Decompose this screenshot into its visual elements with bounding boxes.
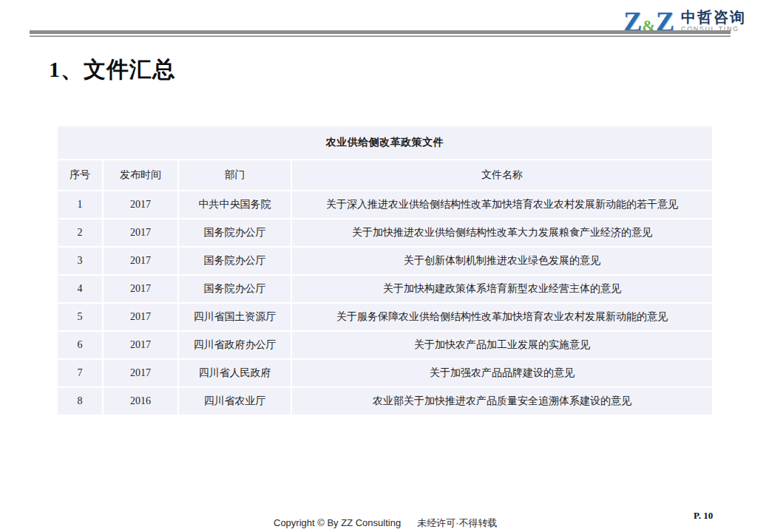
cell-dept: 国务院办公厅 [178,219,291,247]
cell-no: 3 [57,247,103,275]
cell-year: 2017 [103,359,178,387]
cell-year: 2017 [103,219,178,247]
table-title-row: 农业供给侧改革政策文件 [57,126,713,160]
cell-doc: 关于深入推进农业供给侧结构性改革加快培育农业农村发展新动能的若干意见 [291,191,713,219]
cell-no: 6 [57,331,103,359]
table-header-row: 序号 发布时间 部门 文件名称 [57,160,713,191]
cell-doc: 关于服务保障农业供给侧结构性改革加快培育农业农村发展新动能的意见 [291,303,713,331]
table-row: 6 2017 四川省政府办公厅 关于加快农产品加工业发展的实施意见 [57,331,713,359]
cell-dept: 国务院办公厅 [178,247,291,275]
cell-no: 7 [57,359,103,387]
cell-year: 2017 [103,191,178,219]
cell-year: 2016 [103,387,178,415]
cell-doc: 关于创新体制机制推进农业绿色发展的意见 [291,247,713,275]
table-row: 5 2017 四川省国土资源厅 关于服务保障农业供给侧结构性改革加快培育农业农村… [57,303,713,331]
column-header-doc: 文件名称 [291,160,713,191]
cell-no: 5 [57,303,103,331]
page-title: 1、文件汇总 [49,55,175,85]
table-row: 8 2016 四川省农业厅 农业部关于加快推进农产品质量安全追溯体系建设的意见 [57,387,713,415]
cell-doc: 农业部关于加快推进农产品质量安全追溯体系建设的意见 [291,387,713,415]
column-header-year: 发布时间 [103,160,178,191]
cell-year: 2017 [103,247,178,275]
table-row: 4 2017 国务院办公厅 关于加快构建政策体系培育新型农业经营主体的意见 [57,275,713,303]
table-row: 3 2017 国务院办公厅 关于创新体制机制推进农业绿色发展的意见 [57,247,713,275]
cell-dept: 四川省国土资源厅 [178,303,291,331]
cell-dept: 四川省政府办公厅 [178,331,291,359]
page-number: P. 10 [694,510,713,522]
no-reproduction-notice: 未经许可·不得转载 [417,516,497,530]
cell-doc: 关于加强农产品品牌建设的意见 [291,359,713,387]
cell-no: 1 [57,191,103,219]
table-row: 2 2017 国务院办公厅 关于加快推进农业供给侧结构性改革大力发展粮食产业经济… [57,219,713,247]
footer: Copyright © By ZZ Consulting 未经许可·不得转载 [274,516,498,530]
cell-doc: 关于加快构建政策体系培育新型农业经营主体的意见 [291,275,713,303]
cell-dept: 国务院办公厅 [178,275,291,303]
cell-dept: 四川省农业厅 [178,387,291,415]
table-row: 1 2017 中共中央国务院 关于深入推进农业供给侧结构性改革加快培育农业农村发… [57,191,713,219]
cell-no: 4 [57,275,103,303]
cell-doc: 关于加快农产品加工业发展的实施意见 [291,331,713,359]
policy-document-table: 农业供给侧改革政策文件 序号 发布时间 部门 文件名称 1 2017 中共中央国… [56,125,714,416]
table-title: 农业供给侧改革政策文件 [57,126,713,160]
company-name-chinese: 中哲咨询 [681,9,746,25]
cell-year: 2017 [103,275,178,303]
header-rule-thick [30,30,731,34]
cell-doc: 关于加快推进农业供给侧结构性改革大力发展粮食产业经济的意见 [291,219,713,247]
cell-no: 8 [57,387,103,415]
cell-no: 2 [57,219,103,247]
copyright-text: Copyright © By ZZ Consulting [274,517,401,528]
column-header-no: 序号 [57,160,103,191]
cell-dept: 中共中央国务院 [178,191,291,219]
header-rule-thin [30,35,731,37]
cell-year: 2017 [103,303,178,331]
cell-year: 2017 [103,331,178,359]
column-header-dept: 部门 [178,160,291,191]
cell-dept: 四川省人民政府 [178,359,291,387]
table-row: 7 2017 四川省人民政府 关于加强农产品品牌建设的意见 [57,359,713,387]
